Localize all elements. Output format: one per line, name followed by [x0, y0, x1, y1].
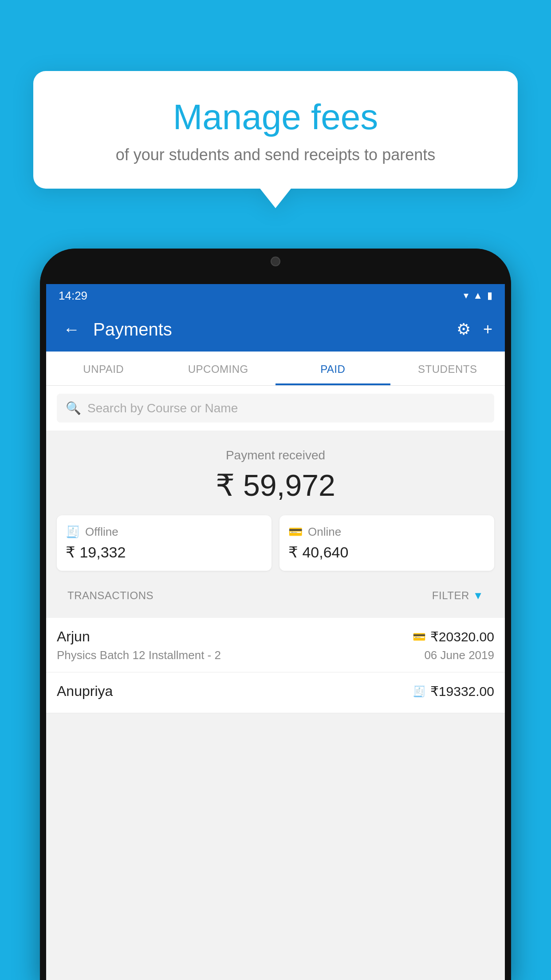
online-label: Online [308, 525, 341, 539]
status-icons: ▾ ▲ ▮ [464, 290, 492, 301]
transaction-amount: ₹20320.00 [430, 629, 494, 644]
battery-icon: ▮ [487, 290, 492, 301]
tab-unpaid[interactable]: UNPAID [46, 352, 161, 385]
search-icon: 🔍 [66, 401, 81, 415]
signal-icon: ▲ [473, 290, 483, 301]
status-bar: 14:29 ▾ ▲ ▮ [46, 284, 505, 307]
offline-transaction-icon: 🧾 [413, 685, 426, 698]
offline-label: Offline [85, 525, 118, 539]
bubble-title: Manage fees [55, 98, 496, 137]
payment-total-amount: ₹ 59,972 [57, 468, 494, 503]
bubble-subtitle: of your students and send receipts to pa… [55, 146, 496, 164]
speech-bubble: Manage fees of your students and send re… [33, 71, 518, 189]
search-placeholder: Search by Course or Name [87, 401, 238, 415]
transaction-date: 06 June 2019 [424, 648, 494, 662]
offline-icon: 🧾 [66, 525, 80, 539]
transaction-item[interactable]: Arjun 💳 ₹20320.00 Physics Batch 12 Insta… [46, 618, 505, 672]
transactions-label: TRANSACTIONS [67, 589, 153, 602]
transaction-row2: Physics Batch 12 Installment - 2 06 June… [57, 648, 494, 662]
header-icons-group: ⚙ + [457, 320, 492, 339]
back-button[interactable]: ← [59, 316, 84, 344]
wifi-icon: ▾ [464, 290, 468, 301]
online-payment-card: 💳 Online ₹ 40,640 [279, 515, 494, 571]
search-input-wrap[interactable]: 🔍 Search by Course or Name [57, 394, 494, 423]
search-bar: 🔍 Search by Course or Name [46, 386, 505, 431]
tabs-bar: UNPAID UPCOMING PAID STUDENTS [46, 352, 505, 386]
phone-top-bezel [40, 249, 511, 284]
online-amount: ₹ 40,640 [288, 543, 348, 561]
filter-label: FILTER [432, 589, 469, 602]
offline-amount: ₹ 19,332 [66, 543, 126, 561]
offline-card-header: 🧾 Offline [66, 525, 118, 539]
transactions-header: TRANSACTIONS FILTER ▼ [57, 580, 494, 609]
header-title: Payments [93, 320, 448, 340]
transaction-amount: ₹19332.00 [430, 684, 494, 699]
offline-payment-card: 🧾 Offline ₹ 19,332 [57, 515, 272, 571]
transaction-row1: Arjun 💳 ₹20320.00 [57, 628, 494, 645]
front-camera [271, 257, 280, 266]
status-time: 14:29 [59, 289, 87, 303]
payment-received-label: Payment received [57, 448, 494, 462]
transaction-amount-wrap: 💳 ₹20320.00 [413, 629, 494, 644]
transaction-list: Arjun 💳 ₹20320.00 Physics Batch 12 Insta… [46, 618, 505, 713]
settings-button[interactable]: ⚙ [457, 320, 471, 339]
transaction-name: Arjun [57, 628, 90, 645]
filter-icon: ▼ [473, 589, 484, 602]
phone-frame: 14:29 ▾ ▲ ▮ ← Payments ⚙ + UNPAID UPCOMI… [40, 249, 511, 980]
online-card-header: 💳 Online [288, 525, 341, 539]
transaction-course: Physics Batch 12 Installment - 2 [57, 648, 221, 662]
filter-button[interactable]: FILTER ▼ [432, 589, 484, 602]
tab-upcoming[interactable]: UPCOMING [161, 352, 276, 385]
transaction-item[interactable]: Anupriya 🧾 ₹19332.00 [46, 672, 505, 713]
phone-notch [256, 249, 295, 271]
tab-paid[interactable]: PAID [276, 352, 390, 385]
screen-content: 🔍 Search by Course or Name Payment recei… [46, 386, 505, 980]
payment-cards: 🧾 Offline ₹ 19,332 💳 Online ₹ 40,640 [57, 515, 494, 571]
online-transaction-icon: 💳 [413, 631, 426, 643]
payment-summary: Payment received ₹ 59,972 🧾 Offline ₹ 19… [46, 431, 505, 618]
app-header: ← Payments ⚙ + [46, 307, 505, 352]
online-icon: 💳 [288, 525, 303, 539]
add-button[interactable]: + [483, 320, 492, 339]
transaction-name: Anupriya [57, 683, 113, 699]
phone-screen: 14:29 ▾ ▲ ▮ ← Payments ⚙ + UNPAID UPCOMI… [46, 284, 505, 980]
transaction-amount-wrap: 🧾 ₹19332.00 [413, 684, 494, 699]
tab-students[interactable]: STUDENTS [390, 352, 505, 385]
transaction-row1: Anupriya 🧾 ₹19332.00 [57, 683, 494, 699]
